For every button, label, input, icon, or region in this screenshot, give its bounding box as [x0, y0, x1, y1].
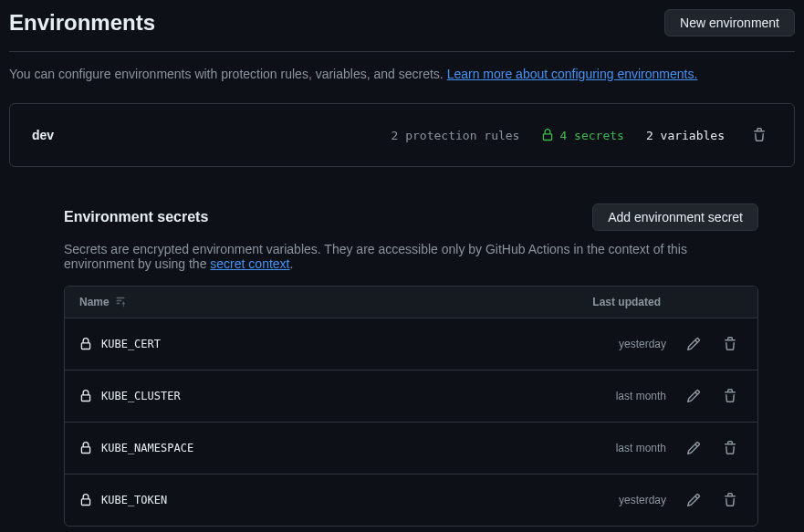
- sort-icon: [115, 297, 126, 308]
- secrets-stat: 4 secrets: [541, 129, 623, 142]
- lock-icon: [79, 338, 92, 350]
- lock-icon: [79, 494, 92, 506]
- environment-card[interactable]: dev 2 protection rules 4 secrets 2 varia…: [9, 103, 795, 167]
- variables-stat: 2 variables: [646, 129, 725, 142]
- trash-icon: [723, 441, 737, 455]
- protection-rules-stat: 2 protection rules: [392, 129, 520, 142]
- environment-name: dev: [32, 128, 54, 142]
- secret-name: KUBE_NAMESPACE: [79, 442, 616, 454]
- delete-secret-button[interactable]: [717, 435, 743, 461]
- col-name-header[interactable]: Name: [79, 296, 592, 308]
- page-title: Environments: [9, 10, 155, 36]
- pencil-icon: [686, 337, 701, 351]
- pencil-icon: [686, 441, 701, 455]
- secret-updated: yesterday: [619, 494, 666, 506]
- pencil-icon: [686, 493, 701, 507]
- trash-icon: [723, 389, 737, 403]
- secrets-title: Environment secrets: [64, 209, 208, 225]
- trash-icon: [752, 128, 767, 142]
- lock-icon: [541, 129, 554, 141]
- secrets-description: Secrets are encrypted environment variab…: [64, 242, 758, 271]
- secret-context-link[interactable]: secret context: [210, 256, 289, 271]
- page-header: Environments New environment: [9, 9, 795, 52]
- learn-more-link[interactable]: Learn more about configuring environment…: [447, 67, 698, 81]
- lock-icon: [79, 442, 92, 454]
- secret-name: KUBE_CLUSTER: [79, 390, 616, 402]
- table-row: KUBE_CLUSTERlast month: [65, 370, 757, 422]
- edit-secret-button[interactable]: [681, 487, 706, 513]
- secret-name: KUBE_CERT: [79, 338, 619, 350]
- delete-environment-button[interactable]: [747, 122, 772, 148]
- delete-secret-button[interactable]: [717, 331, 743, 357]
- edit-secret-button[interactable]: [681, 435, 706, 461]
- secret-updated: last month: [616, 442, 666, 454]
- new-environment-button[interactable]: New environment: [664, 9, 795, 37]
- secrets-header: Environment secrets Add environment secr…: [64, 203, 758, 231]
- table-row: KUBE_TOKENyesterday: [65, 474, 757, 526]
- edit-secret-button[interactable]: [681, 383, 706, 409]
- table-row: KUBE_NAMESPACElast month: [65, 422, 757, 474]
- trash-icon: [723, 493, 737, 507]
- add-secret-button[interactable]: Add environment secret: [592, 203, 758, 231]
- delete-secret-button[interactable]: [717, 383, 743, 409]
- secrets-table: Name Last updated KUBE_CERTyesterdayKUBE…: [64, 286, 758, 527]
- table-row: KUBE_CERTyesterday: [65, 318, 757, 370]
- secret-name: KUBE_TOKEN: [79, 494, 619, 506]
- secrets-section: Environment secrets Add environment secr…: [64, 203, 758, 527]
- secret-updated: yesterday: [619, 338, 666, 350]
- table-header: Name Last updated: [65, 287, 757, 318]
- col-updated-header: Last updated: [592, 296, 661, 308]
- pencil-icon: [686, 389, 701, 403]
- page-description: You can configure environments with prot…: [9, 67, 795, 81]
- trash-icon: [723, 337, 737, 351]
- secret-updated: last month: [616, 390, 666, 402]
- edit-secret-button[interactable]: [681, 331, 706, 357]
- delete-secret-button[interactable]: [717, 487, 743, 513]
- lock-icon: [79, 390, 92, 402]
